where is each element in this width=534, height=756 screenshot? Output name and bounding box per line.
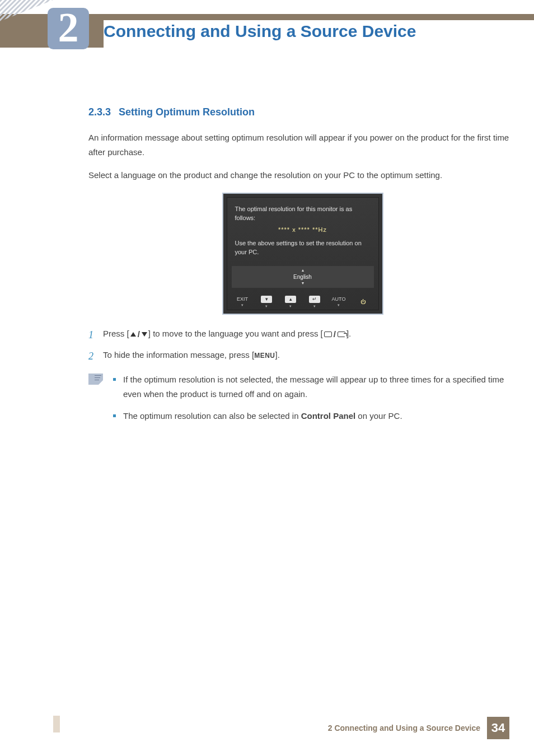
note-icon [88, 374, 103, 385]
chapter-title: Connecting and Using a Source Device [104, 20, 534, 48]
section-title: Setting Optimum Resolution [119, 106, 255, 118]
osd-power-icon: ⏻ [360, 299, 366, 305]
chapter-number: 2 [58, 7, 79, 48]
chapter-number-box: 2 [48, 8, 89, 49]
content-area: 2.3.3Setting Optimum Resolution An infor… [88, 106, 517, 431]
osd-button-row: EXIT▾ ▾▾ ▴▾ ↵▾ AUTO▾ ⏻ [227, 292, 378, 310]
intro-paragraph-1: An information message about setting opt… [88, 130, 517, 159]
up-down-icon: / [130, 328, 147, 341]
down-arrow-icon: ▾ [232, 281, 374, 286]
osd-enter-icon: ↵ [309, 296, 320, 303]
step-list: 1 Press [/] to move to the language you … [88, 327, 517, 365]
section-number: 2.3.3 [88, 106, 111, 118]
footer-text: 2 Connecting and Using a Source Device [328, 724, 480, 732]
step-number: 2 [88, 348, 103, 365]
source-enter-icon: / [324, 328, 345, 341]
osd-down-icon: ▾ [261, 296, 272, 303]
corner-hatch-decoration [0, 0, 53, 21]
osd-auto-label: AUTO [332, 296, 346, 302]
up-arrow-icon: ▴ [232, 268, 374, 273]
osd-up-icon: ▴ [285, 296, 296, 303]
note-bullet-1: If the optimum resolution is not selecte… [111, 372, 517, 401]
menu-button-label: MENU [254, 352, 275, 360]
osd-line-1: The optimal resolution for this monitor … [235, 204, 371, 223]
osd-screenshot: The optimal resolution for this monitor … [222, 193, 383, 315]
osd-line-2: Use the above settings to set the resolu… [235, 239, 371, 257]
step-1: 1 Press [/] to move to the language you … [88, 327, 517, 343]
osd-language: English [232, 273, 374, 281]
intro-paragraph-2: Select a language on the product and cha… [88, 168, 517, 183]
footer: 2 Connecting and Using a Source Device 3… [0, 717, 534, 739]
step-2: 2 To hide the information message, press… [88, 348, 517, 365]
step-number: 1 [88, 327, 103, 343]
note-bullet-2: The optimum resolution can also be selec… [111, 409, 517, 423]
osd-language-selector: ▴ English ▾ [232, 266, 374, 288]
osd-resolution: **** x **** **Hz [235, 226, 371, 233]
section-heading: 2.3.3Setting Optimum Resolution [88, 106, 517, 118]
note-block: If the optimum resolution is not selecte… [88, 372, 517, 431]
osd-exit-label: EXIT [237, 296, 248, 302]
page-number: 34 [487, 717, 509, 739]
svg-marker-1 [0, 0, 53, 21]
